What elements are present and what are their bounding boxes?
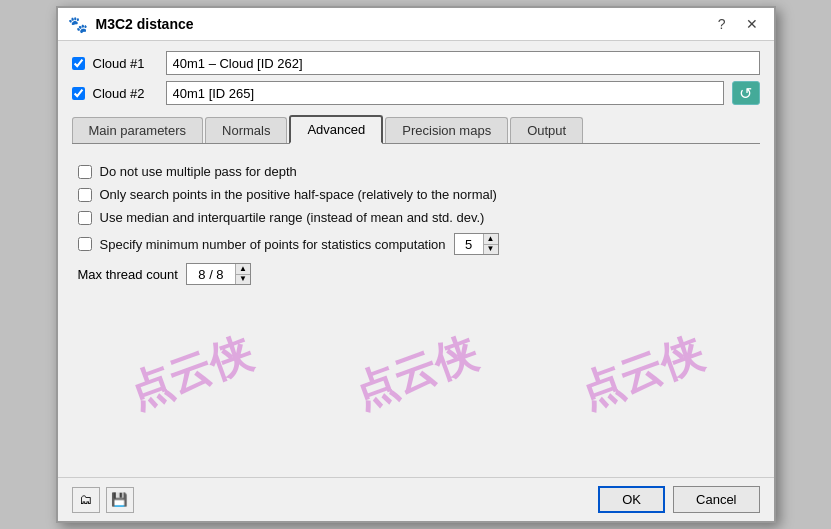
cancel-button[interactable]: Cancel <box>673 486 759 513</box>
option2-checkbox[interactable] <box>78 188 92 202</box>
tab-bar: Main parameters Normals Advanced Precisi… <box>72 115 760 144</box>
cloud1-row: Cloud #1 <box>72 51 760 75</box>
spinbox-up-button[interactable]: ▲ <box>484 234 498 245</box>
dialog-body: Cloud #1 Cloud #2 ↺ Main parameters Norm… <box>58 41 774 477</box>
help-button[interactable]: ? <box>712 14 732 34</box>
title-bar: 🐾 M3C2 distance ? ✕ <box>58 8 774 41</box>
dialog-title: M3C2 distance <box>96 16 194 32</box>
spinbox-arrows: ▲ ▼ <box>483 234 498 254</box>
cloud2-input[interactable] <box>166 81 724 105</box>
bottom-bar: 🗂 💾 OK Cancel <box>58 477 774 521</box>
option1-label: Do not use multiple pass for depth <box>100 164 297 179</box>
watermark-3: 点云侠 <box>572 325 710 421</box>
title-bar-right: ? ✕ <box>712 14 764 34</box>
cloud2-row: Cloud #2 ↺ <box>72 81 760 105</box>
option3-label: Use median and interquartile range (inst… <box>100 210 485 225</box>
option2-row: Only search points in the positive half-… <box>78 187 754 202</box>
bottom-right-buttons: OK Cancel <box>598 486 759 513</box>
thread-row: Max thread count ▲ ▼ <box>78 263 754 285</box>
thread-input[interactable] <box>187 264 235 284</box>
option4-row: Specify minimum number of points for sta… <box>78 233 754 255</box>
cloud2-label: Cloud #2 <box>93 86 158 101</box>
watermark-area: 点云侠 点云侠 点云侠 <box>78 293 754 453</box>
thread-spinbox-arrows: ▲ ▼ <box>235 264 250 284</box>
ok-button[interactable]: OK <box>598 486 665 513</box>
close-button[interactable]: ✕ <box>740 14 764 34</box>
save-button[interactable]: 💾 <box>106 487 134 513</box>
min-points-spinbox: ▲ ▼ <box>454 233 499 255</box>
advanced-tab-content: Do not use multiple pass for depth Only … <box>72 150 760 467</box>
tab-normals[interactable]: Normals <box>205 117 287 143</box>
open-button[interactable]: 🗂 <box>72 487 100 513</box>
option2-label: Only search points in the positive half-… <box>100 187 497 202</box>
cloud1-checkbox[interactable] <box>72 57 85 70</box>
swap-button[interactable]: ↺ <box>732 81 760 105</box>
open-icon: 🗂 <box>79 492 92 507</box>
cloud1-input[interactable] <box>166 51 760 75</box>
cloud2-checkbox[interactable] <box>72 87 85 100</box>
thread-label: Max thread count <box>78 267 178 282</box>
option3-row: Use median and interquartile range (inst… <box>78 210 754 225</box>
dialog-window: 🐾 M3C2 distance ? ✕ Cloud #1 Cloud #2 ↺ … <box>56 6 776 523</box>
tab-main-parameters[interactable]: Main parameters <box>72 117 204 143</box>
thread-up-button[interactable]: ▲ <box>236 264 250 275</box>
spinbox-down-button[interactable]: ▼ <box>484 245 498 255</box>
min-points-input[interactable] <box>455 234 483 254</box>
option1-row: Do not use multiple pass for depth <box>78 164 754 179</box>
watermark-2: 点云侠 <box>347 325 485 421</box>
bottom-left-buttons: 🗂 💾 <box>72 487 134 513</box>
watermark-1: 点云侠 <box>121 325 259 421</box>
cloud1-label: Cloud #1 <box>93 56 158 71</box>
save-icon: 💾 <box>111 492 128 507</box>
option4-checkbox[interactable] <box>78 237 92 251</box>
option3-checkbox[interactable] <box>78 211 92 225</box>
title-bar-left: 🐾 M3C2 distance <box>68 14 194 34</box>
app-icon: 🐾 <box>68 14 88 34</box>
tab-output[interactable]: Output <box>510 117 583 143</box>
option1-checkbox[interactable] <box>78 165 92 179</box>
tab-precision-maps[interactable]: Precision maps <box>385 117 508 143</box>
thread-spinbox: ▲ ▼ <box>186 263 251 285</box>
thread-down-button[interactable]: ▼ <box>236 275 250 285</box>
option4-label: Specify minimum number of points for sta… <box>100 237 446 252</box>
tab-advanced[interactable]: Advanced <box>289 115 383 144</box>
